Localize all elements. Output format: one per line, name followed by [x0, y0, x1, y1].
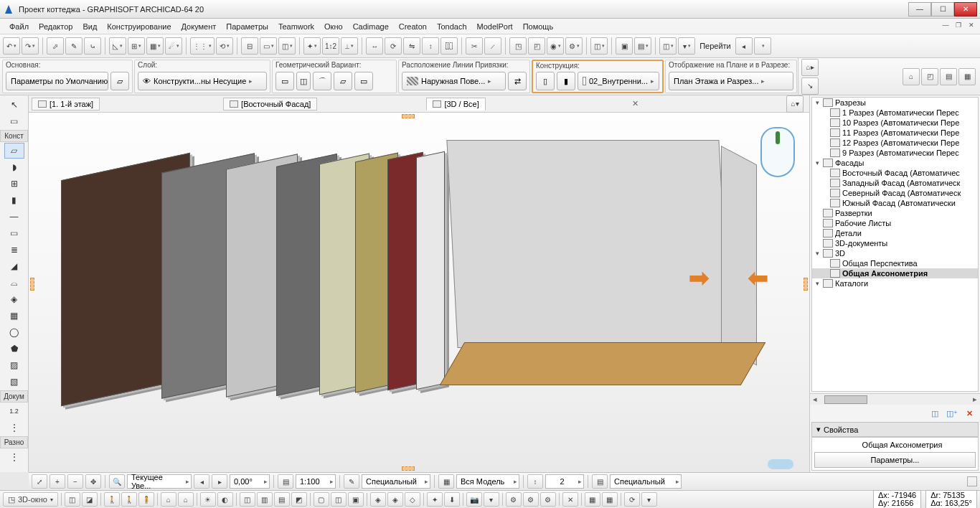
tab-floorplan[interactable]: [1. 1-й этаж] [32, 98, 100, 110]
guides-button[interactable]: ◺ [109, 37, 126, 55]
infobar-layer-button[interactable]: 👁Конструкти...ны Несущие▸ [138, 72, 267, 90]
window-tool[interactable]: ⊞ [4, 176, 24, 192]
grid-button[interactable]: ▦ [146, 37, 164, 55]
roof-tool[interactable]: ◢ [4, 258, 24, 274]
new-view-button[interactable]: ◫ [928, 408, 941, 419]
geom-trapezoid-button[interactable]: ▱ [334, 72, 352, 90]
ruler-button[interactable]: ⟂ [341, 37, 358, 55]
mdi-close[interactable]: ✕ [966, 20, 977, 30]
reno-combo[interactable]: Специальный [610, 474, 682, 489]
rotate-button[interactable]: ⟳ [385, 37, 402, 55]
construction-composite-button[interactable]: ▮ [557, 72, 575, 90]
layers-combo[interactable]: 2 [545, 474, 584, 489]
sb-shadow-button[interactable]: ◐ [217, 492, 233, 507]
3d-settings-button[interactable]: ⚙ [565, 37, 583, 55]
more-button[interactable]: ▾ [678, 37, 695, 55]
sb-shaded-button[interactable]: ▣ [348, 492, 364, 507]
sb-op4-button[interactable]: ✕ [562, 492, 578, 507]
trace-button[interactable]: ◫ [278, 37, 296, 55]
tabs-button[interactable]: ◫ [659, 37, 677, 55]
sb-refresh-dd-button[interactable]: ▾ [641, 492, 657, 507]
sb-plane-button[interactable]: ▤ [274, 492, 290, 507]
mdi-minimize[interactable]: — [940, 20, 951, 30]
sb-camera-button[interactable]: ⌂ [161, 492, 176, 507]
elevate-button[interactable]: ↕ [422, 37, 439, 55]
menu-window[interactable]: Окно [319, 21, 348, 32]
measure-button[interactable]: 1↕2 [322, 37, 339, 55]
cutplane-button[interactable]: ◫ [590, 37, 608, 55]
navigate-prev-button[interactable]: ◂ [735, 37, 753, 55]
menu-cadimage[interactable]: Cadimage [348, 21, 394, 32]
magic-wand-button[interactable]: ✦ [303, 37, 321, 55]
object-tool[interactable]: ⬟ [4, 341, 24, 357]
sb-hotspot-button[interactable]: ✦ [427, 492, 443, 507]
render-button[interactable]: ◉ [547, 37, 564, 55]
sb-3dcut-button[interactable]: ◩ [291, 492, 307, 507]
sel-3d-button[interactable]: ◳ [509, 37, 527, 55]
sb-op1-button[interactable]: ⚙ [506, 492, 522, 507]
angle-field[interactable]: 0,00° [230, 474, 270, 489]
properties-header[interactable]: ▾Свойства [811, 422, 979, 437]
wall-icon[interactable]: ▱ [110, 72, 129, 90]
wand-button[interactable]: ☄ [165, 37, 182, 55]
marquee-tool[interactable]: ▭ [4, 113, 24, 129]
construction-profile-button[interactable]: ▯ [536, 72, 555, 90]
suspend-groups-button[interactable]: ⊟ [241, 37, 258, 55]
geom-curved-button[interactable]: ⌒ [313, 72, 331, 90]
nav-goto-button[interactable]: ↘ [801, 77, 819, 95]
infobar-default-button[interactable]: Параметры по Умолчанию [6, 72, 108, 90]
zoom-history-button[interactable]: 🔍 [109, 474, 125, 489]
arrow-tool[interactable]: ↖ [4, 97, 24, 113]
menu-design[interactable]: Конструирование [102, 21, 176, 32]
viewport-grip-bottom[interactable] [402, 466, 415, 471]
window-mode-button[interactable]: ▣ [616, 37, 633, 55]
delete-view-button[interactable]: ✕ [963, 408, 976, 419]
viewport-grip-right[interactable] [804, 278, 808, 291]
sb-section-button[interactable]: ▥ [257, 492, 273, 507]
model-combo[interactable]: Вся Модель [456, 474, 519, 489]
zoom-next-button[interactable]: ▸ [212, 474, 227, 489]
zoom-combo[interactable]: Текущее Уве... [127, 474, 192, 489]
infobar-refline-button[interactable]: Наружная Пове...▸ [402, 72, 506, 90]
menu-edit[interactable]: Редактор [34, 21, 77, 32]
menu-creaton[interactable]: Creaton [394, 21, 432, 32]
navigator-view-button[interactable]: ◰ [921, 68, 938, 85]
navigate-dd-button[interactable] [754, 37, 771, 55]
slab-tool[interactable]: ▭ [4, 225, 24, 241]
undo-button[interactable]: ↶ [3, 37, 20, 55]
3d-viewport[interactable]: ➡ ➡ [29, 113, 809, 472]
view-type-button[interactable]: ◳3D-окно▾ [3, 492, 58, 507]
sb-op5-button[interactable]: ▦ [585, 492, 600, 507]
dimension-tool[interactable]: 1.2 [4, 403, 24, 419]
menu-options[interactable]: Параметры [221, 21, 273, 32]
save-view-button[interactable]: ◫⁺ [946, 408, 958, 419]
marquee-3d-button[interactable]: ◰ [528, 37, 545, 55]
skylight-tool[interactable]: ◈ [4, 291, 24, 307]
navigator-publisher-button[interactable]: ▦ [958, 68, 976, 85]
syringe-button[interactable]: ⤿ [84, 37, 101, 55]
navigator-project-button[interactable]: ⌂ [903, 68, 920, 85]
sb-hidden-button[interactable]: ◫ [331, 492, 347, 507]
menu-teamwork[interactable]: Teamwork [273, 21, 319, 32]
sb-op6-button[interactable]: ▦ [602, 492, 618, 507]
more-doc-tool[interactable]: ⋮ [4, 420, 24, 436]
snap-button[interactable]: ⊞ [128, 37, 145, 55]
mesh-tool[interactable]: ▧ [4, 374, 24, 390]
navigator-tree[interactable]: ▾Разрезы 1 Разрез (Автоматически Перес 1… [811, 97, 979, 392]
more-tool[interactable]: ⋮ [4, 449, 24, 465]
navigator-layout-button[interactable]: ▤ [940, 68, 957, 85]
tab-3d[interactable]: [3D / Все] [426, 98, 485, 110]
window-minimize-button[interactable]: — [908, 2, 931, 17]
sb-extras1-button[interactable]: ◈ [370, 492, 386, 507]
morph-tool[interactable]: ◯ [4, 324, 24, 340]
pick-button[interactable]: ⬀ [47, 37, 64, 55]
pan-button[interactable]: ✥ [85, 474, 101, 489]
sb-photo-button[interactable]: 📷 [466, 492, 482, 507]
trim-button[interactable]: ✂ [466, 37, 483, 55]
sb-extras3-button[interactable]: ◇ [405, 492, 420, 507]
tab-close-button[interactable]: ✕ [628, 99, 643, 108]
nav-popup-button[interactable]: ⌂▸ [801, 59, 819, 76]
mirror-button[interactable]: ⇋ [403, 37, 420, 55]
geom-slanted-button[interactable]: ◫ [296, 72, 311, 90]
geom-straight-button[interactable]: ▭ [275, 72, 294, 90]
